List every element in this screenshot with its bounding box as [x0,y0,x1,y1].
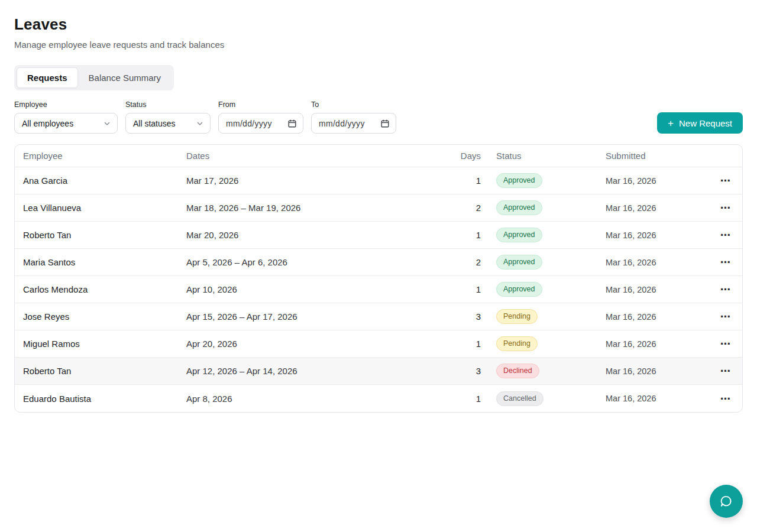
to-filter-group: To mm/dd/yyyy [311,100,396,134]
status-badge: Approved [496,173,542,188]
cell-status: Approved [481,200,606,215]
table-row: Ana Garcia Mar 17, 2026 1 Approved Mar 1… [15,167,742,194]
cell-dates: Mar 17, 2026 [186,176,393,186]
table-row: Maria Santos Apr 5, 2026 – Apr 6, 2026 2… [15,249,742,276]
table-body: Ana Garcia Mar 17, 2026 1 Approved Mar 1… [15,167,742,412]
cell-status: Approved [481,228,606,242]
table-row: Roberto Tan Apr 12, 2026 – Apr 14, 2026 … [15,358,742,385]
cell-submitted: Mar 16, 2026 [606,366,700,376]
table-row: Jose Reyes Apr 15, 2026 – Apr 17, 2026 3… [15,303,742,330]
to-date-input[interactable]: mm/dd/yyyy [311,113,396,134]
cell-days: 3 [393,312,481,322]
page-title: Leaves [14,15,743,34]
column-header-employee: Employee [15,151,186,161]
cell-status: Approved [481,173,606,188]
cell-days: 3 [393,366,481,376]
cell-days: 2 [393,257,481,267]
table-row: Miguel Ramos Apr 20, 2026 1 Pending Mar … [15,330,742,358]
tab-balance-summary[interactable]: Balance Summary [78,67,172,88]
from-date-placeholder: mm/dd/yyyy [226,119,272,128]
cell-submitted: Mar 16, 2026 [606,231,700,240]
cell-actions: ⋯ [700,281,742,298]
row-actions-menu-button[interactable]: ⋯ [718,308,733,325]
chat-launcher-button[interactable] [710,485,743,518]
new-request-button[interactable]: + New Request [657,112,743,134]
filter-row: Employee All employees Status All status… [14,100,743,134]
cell-employee: Carlos Mendoza [15,284,186,294]
cell-employee: Eduardo Bautista [15,394,186,404]
table-header-row: Employee Dates Days Status Submitted [15,145,742,167]
cell-actions: ⋯ [700,172,742,189]
page-subtitle: Manage employee leave requests and track… [14,40,743,50]
cell-status: Declined [481,364,606,378]
column-header-days: Days [393,151,481,161]
employee-select-value: All employees [22,119,73,128]
cell-dates: Apr 10, 2026 [186,284,393,294]
row-actions-menu-button[interactable]: ⋯ [718,362,733,379]
cell-submitted: Mar 16, 2026 [606,285,700,294]
row-actions-menu-button[interactable]: ⋯ [718,281,733,298]
cell-employee: Ana Garcia [15,176,186,186]
cell-actions: ⋯ [700,390,742,407]
cell-actions: ⋯ [700,254,742,271]
to-date-placeholder: mm/dd/yyyy [319,119,365,128]
cell-days: 1 [393,176,481,186]
chevron-down-icon [196,120,203,127]
row-actions-menu-button[interactable]: ⋯ [718,199,733,216]
column-header-submitted: Submitted [606,151,700,161]
cell-days: 1 [393,284,481,294]
cell-employee: Miguel Ramos [15,339,186,349]
cell-status: Pending [481,309,606,324]
row-actions-menu-button[interactable]: ⋯ [718,226,733,244]
table-row: Carlos Mendoza Apr 10, 2026 1 Approved M… [15,276,742,303]
table-row: Lea Villanueva Mar 18, 2026 – Mar 19, 20… [15,194,742,222]
calendar-icon[interactable] [288,119,296,128]
cell-dates: Mar 20, 2026 [186,230,393,240]
chevron-down-icon [103,120,111,127]
cell-dates: Mar 18, 2026 – Mar 19, 2026 [186,203,393,213]
cell-days: 1 [393,230,481,240]
row-actions-menu-button[interactable]: ⋯ [718,390,733,407]
cell-dates: Apr 8, 2026 [186,394,393,404]
cell-submitted: Mar 16, 2026 [606,258,700,267]
from-date-input[interactable]: mm/dd/yyyy [218,113,303,134]
status-badge: Cancelled [496,391,544,406]
column-header-status: Status [481,151,606,161]
cell-employee: Jose Reyes [15,312,186,322]
cell-submitted: Mar 16, 2026 [606,394,700,403]
cell-submitted: Mar 16, 2026 [606,176,700,186]
status-select[interactable]: All statuses [125,113,211,134]
cell-dates: Apr 12, 2026 – Apr 14, 2026 [186,366,393,376]
calendar-icon[interactable] [381,119,389,128]
cell-status: Approved [481,282,606,297]
status-badge: Approved [496,200,542,215]
leave-requests-table: Employee Dates Days Status Submitted Ana… [14,144,743,413]
row-actions-menu-button[interactable]: ⋯ [718,254,733,271]
cell-status: Approved [481,255,606,270]
row-actions-menu-button[interactable]: ⋯ [718,335,733,352]
tab-requests[interactable]: Requests [17,67,78,88]
cell-submitted: Mar 16, 2026 [606,203,700,213]
status-badge: Approved [496,228,542,242]
cell-actions: ⋯ [700,199,742,216]
table-row: Eduardo Bautista Apr 8, 2026 1 Cancelled… [15,385,742,412]
cell-submitted: Mar 16, 2026 [606,312,700,322]
cell-days: 2 [393,203,481,213]
employee-select[interactable]: All employees [14,113,118,134]
new-request-label: New Request [679,118,732,128]
leaves-page: Leaves Manage employee leave requests an… [0,0,757,413]
status-badge: Declined [496,364,539,378]
cell-status: Cancelled [481,391,606,406]
status-badge: Pending [496,309,538,324]
cell-actions: ⋯ [700,335,742,352]
status-select-value: All statuses [133,119,176,128]
employee-filter-label: Employee [14,100,118,109]
cell-submitted: Mar 16, 2026 [606,339,700,349]
table-row: Roberto Tan Mar 20, 2026 1 Approved Mar … [15,222,742,249]
cell-actions: ⋯ [700,308,742,325]
cell-days: 1 [393,394,481,404]
status-badge: Approved [496,255,542,270]
cell-employee: Roberto Tan [15,230,186,240]
row-actions-menu-button[interactable]: ⋯ [718,172,733,189]
cell-employee: Maria Santos [15,257,186,267]
